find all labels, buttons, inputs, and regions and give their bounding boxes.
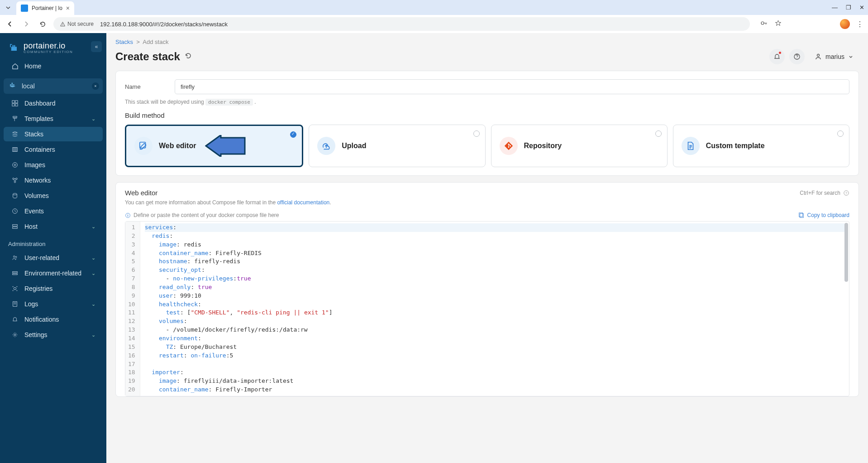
svg-rect-6 (10, 84, 11, 86)
notifications-icon[interactable] (769, 49, 785, 64)
main-content: Stacks > Add stack Create stack marius (106, 33, 868, 463)
sidebar-item-logs[interactable]: Logs⌄ (4, 297, 103, 311)
host-icon (11, 223, 19, 230)
help-icon[interactable] (789, 49, 805, 64)
radio-icon (655, 130, 662, 137)
sidebar-item-containers[interactable]: Containers (4, 142, 103, 157)
chevron-down-icon: ⌄ (91, 301, 95, 307)
info-icon (125, 212, 131, 218)
svg-rect-9 (13, 84, 14, 86)
stacks-icon (11, 131, 19, 137)
code-body[interactable]: services: redis: image: redis container_… (140, 222, 849, 396)
user-icon (815, 53, 822, 60)
env-close-icon[interactable]: × (92, 82, 99, 90)
method-custom-template[interactable]: Custom template (673, 125, 849, 167)
tab-favicon-icon (21, 5, 28, 12)
back-icon[interactable] (5, 19, 15, 29)
editor-search-hint: Ctrl+F for search ? (800, 190, 849, 196)
sidebar-item-volumes[interactable]: Volumes (4, 188, 103, 203)
svg-point-27 (14, 256, 15, 258)
brand-name: portainer.io (24, 42, 73, 50)
edit-icon (134, 137, 153, 155)
environment-icon (11, 270, 19, 276)
sidebar-item-images[interactable]: Images (4, 158, 103, 172)
password-key-icon[interactable] (760, 19, 768, 29)
line-gutter: 1234567891011121314151617181920 (125, 222, 140, 396)
editor-placeholder-hint: Define or paste the content of your dock… (125, 212, 279, 218)
svg-rect-10 (12, 101, 14, 103)
svg-rect-25 (13, 225, 18, 227)
minimize-icon[interactable]: — (832, 4, 838, 11)
copy-to-clipboard-button[interactable]: Copy to clipboard (798, 212, 849, 218)
deploy-hint: This stack will be deployed using docker… (125, 99, 849, 105)
browser-tab[interactable]: Portainer | lo × (16, 1, 74, 15)
breadcrumb-root[interactable]: Stacks (115, 39, 133, 45)
user-menu[interactable]: marius (809, 50, 859, 63)
svg-text:?: ? (845, 191, 847, 194)
svg-point-39 (14, 334, 16, 336)
refresh-icon[interactable] (185, 52, 192, 61)
templates-icon (11, 116, 19, 122)
sidebar-item-home[interactable]: Home (4, 59, 103, 73)
sidebar-admin-label: Administration (0, 234, 106, 250)
chevron-down-icon: ⌄ (91, 270, 95, 276)
brand: portainer.io COMMUNITY EDITION « (0, 35, 106, 58)
sidebar-item-stacks[interactable]: Stacks (4, 127, 103, 141)
svg-point-32 (13, 286, 14, 287)
sidebar-item-host[interactable]: Host⌄ (4, 219, 103, 234)
method-repository[interactable]: Repository (491, 125, 668, 167)
window-controls: — ❐ ✕ (832, 4, 864, 11)
svg-point-35 (17, 290, 18, 291)
svg-point-34 (13, 290, 14, 291)
sidebar-item-networks[interactable]: Networks (4, 173, 103, 188)
chevron-down-icon (848, 54, 854, 59)
svg-rect-7 (12, 84, 13, 86)
sidebar-item-notifications[interactable]: Notifications (4, 312, 103, 327)
events-icon (11, 208, 19, 214)
sidebar-item-events[interactable]: Events (4, 204, 103, 218)
sidebar-item-registries[interactable]: Registries (4, 281, 103, 296)
environment-selector[interactable]: local × (4, 78, 103, 94)
chevron-down-icon: ⌄ (91, 116, 95, 122)
scrollbar-thumb[interactable] (844, 223, 848, 282)
reload-icon[interactable] (37, 19, 48, 29)
close-window-icon[interactable]: ✕ (859, 4, 864, 11)
forward-icon[interactable] (21, 19, 32, 29)
help-small-icon[interactable]: ? (843, 190, 849, 196)
sidebar: portainer.io COMMUNITY EDITION « Home lo… (0, 33, 106, 463)
url-bar[interactable]: Not secure 192.168.0.188:9000/#!/2/docke… (53, 17, 750, 31)
svg-point-31 (14, 287, 16, 289)
svg-point-51 (128, 214, 128, 214)
sidebar-item-user-related[interactable]: User-related⌄ (4, 251, 103, 265)
tab-close-icon[interactable]: × (66, 5, 70, 12)
sidebar-collapse-icon[interactable]: « (91, 41, 102, 52)
security-badge[interactable]: Not secure (60, 21, 94, 27)
profile-avatar-icon[interactable] (840, 19, 850, 29)
compose-editor[interactable]: 1234567891011121314151617181920 services… (125, 221, 849, 396)
home-icon (11, 63, 19, 70)
tab-list-dropdown-icon[interactable] (4, 3, 13, 12)
web-editor-section: Web editor Ctrl+F for search ? You can g… (115, 182, 859, 397)
svg-rect-13 (15, 104, 18, 106)
sidebar-item-environment-related[interactable]: Environment-related⌄ (4, 266, 103, 280)
svg-rect-12 (12, 104, 14, 106)
svg-rect-3 (11, 47, 17, 51)
upload-icon (317, 137, 335, 155)
method-upload[interactable]: Upload (309, 125, 485, 167)
maximize-icon[interactable]: ❐ (846, 4, 851, 11)
volumes-icon (11, 193, 19, 199)
containers-icon (11, 146, 19, 153)
sidebar-item-settings[interactable]: Settings⌄ (4, 328, 103, 342)
svg-point-28 (15, 256, 17, 258)
warning-icon (60, 21, 66, 27)
docs-link[interactable]: official documentation (277, 199, 329, 206)
browser-menu-icon[interactable]: ⋮ (856, 20, 863, 29)
svg-rect-29 (13, 272, 18, 273)
sidebar-item-templates[interactable]: Templates⌄ (4, 111, 103, 126)
editor-title: Web editor (125, 189, 157, 197)
name-input[interactable] (175, 79, 849, 94)
method-web-editor[interactable]: Web editor (125, 125, 303, 167)
bookmark-star-icon[interactable] (774, 19, 782, 29)
chevron-down-icon: ⌄ (91, 332, 95, 338)
sidebar-item-dashboard[interactable]: Dashboard (4, 96, 103, 111)
